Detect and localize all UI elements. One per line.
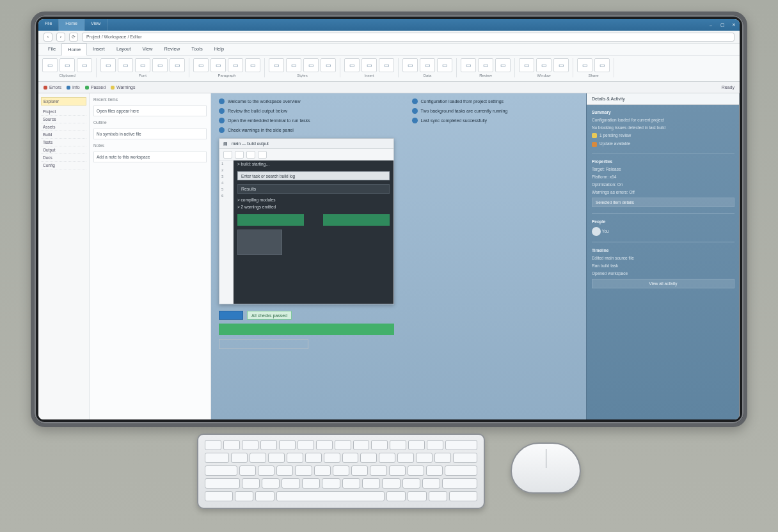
rp-user-row[interactable]: You	[592, 227, 734, 236]
rp-details-box[interactable]: Selected item details	[592, 198, 734, 207]
ribbon-button[interactable]: ▭	[152, 58, 168, 72]
ribbon-button[interactable]: ▭	[536, 58, 552, 72]
ribbon-button[interactable]: ▭	[478, 58, 493, 72]
bullet-text: Configuration loaded from project settin…	[421, 99, 504, 104]
nav-refresh-button[interactable]: ⟳	[69, 33, 78, 42]
ribbon-button[interactable]: ▭	[594, 58, 610, 72]
ribbon-button[interactable]: ▭	[553, 58, 569, 72]
window-tab-home[interactable]: Home	[59, 19, 84, 31]
overview-bullet: Configuration loaded from project settin…	[412, 98, 578, 104]
ribbon-button[interactable]: ▭	[228, 58, 243, 72]
recent-box[interactable]: Open files appear here	[93, 106, 207, 116]
empty-outline-box[interactable]	[219, 339, 308, 349]
ribbon-button[interactable]: ▭	[303, 58, 319, 72]
window-tab-file[interactable]: File	[38, 19, 59, 31]
bullet-icon	[412, 98, 418, 104]
chip-passed[interactable]: Passed	[85, 85, 106, 90]
ribbon-button[interactable]: ▭	[577, 58, 592, 72]
ribbon-button[interactable]: ▭	[379, 58, 394, 72]
ribbon-button[interactable]: ▭	[77, 58, 92, 72]
ribbon-button[interactable]: ▭	[286, 58, 301, 72]
right-panel-title: Details & Activity	[587, 93, 740, 105]
ribbon-button[interactable]: ▭	[42, 58, 58, 72]
left-nav-item[interactable]: Config	[41, 162, 86, 169]
dot-icon	[44, 86, 47, 90]
ribbon-group: ▭▭▭Review	[461, 58, 515, 77]
left-nav-item[interactable]: Source	[41, 116, 86, 123]
editor-titlebar[interactable]: ▤ main — build output	[219, 139, 393, 149]
ribbon-tab-review[interactable]: Review	[159, 43, 186, 55]
editor-dark-area[interactable]: > build: starting… Enter task or search …	[234, 160, 393, 304]
ribbon-tab-layout[interactable]: Layout	[111, 43, 137, 55]
ribbon-button[interactable]: ▭	[495, 58, 511, 72]
address-field[interactable]: Project / Workspace / Editor	[82, 33, 734, 42]
run-button[interactable]	[219, 311, 243, 320]
rp-prop: Platform: x64	[592, 175, 734, 179]
ribbon-button[interactable]: ▭	[269, 58, 284, 72]
chip-warnings[interactable]: Warnings	[111, 85, 135, 90]
window-close[interactable]: ✕	[728, 19, 740, 31]
left-nav-item[interactable]: Project	[41, 108, 86, 116]
ribbon-button[interactable]: ▭	[420, 58, 435, 72]
rp-flag-update[interactable]: Update available	[592, 141, 734, 146]
ribbon-button[interactable]: ▭	[135, 58, 150, 72]
chip-label: Warnings	[116, 85, 135, 90]
window-maximize[interactable]: ▢	[717, 19, 728, 31]
ribbon-group: ▭▭▭▭Styles	[269, 58, 340, 77]
editor-tool-2[interactable]	[235, 151, 244, 159]
rp-timeline-item: Opened workspace	[592, 271, 734, 276]
ribbon-button[interactable]: ▭	[100, 58, 116, 72]
ribbon-button[interactable]: ▭	[519, 58, 534, 72]
ribbon-group-label: Share	[577, 74, 610, 77]
ribbon-button[interactable]: ▭	[245, 58, 260, 72]
ribbon-tab-file[interactable]: File	[42, 43, 61, 55]
editor-tool-4[interactable]	[258, 151, 267, 159]
ribbon-button[interactable]: ▭	[361, 58, 377, 72]
editor-thumbnail[interactable]	[237, 230, 282, 255]
ribbon-tab-view[interactable]: View	[136, 43, 158, 55]
ribbon-tab-tools[interactable]: Tools	[186, 43, 209, 55]
ribbon-tab-insert[interactable]: Insert	[87, 43, 111, 55]
rp-prop: Target: Release	[592, 167, 734, 171]
rp-view-all-button[interactable]: View all activity	[592, 279, 734, 288]
left-nav-item[interactable]: Assets	[41, 123, 86, 131]
chip-errors[interactable]: Errors	[44, 85, 61, 90]
ribbon-button[interactable]: ▭	[210, 58, 226, 72]
left-nav-item[interactable]: Output	[41, 146, 86, 154]
ribbon-tab-help[interactable]: Help	[209, 43, 230, 55]
ribbon-tab-home[interactable]: Home	[61, 43, 87, 56]
rp-section-summary: Summary	[592, 110, 734, 114]
outline-box[interactable]: No symbols in active file	[93, 129, 207, 139]
ribbon-button[interactable]: ▭	[321, 58, 336, 72]
ribbon-button[interactable]: ▭	[437, 58, 452, 72]
nav-back-button[interactable]: ‹	[44, 33, 52, 42]
left-nav-item[interactable]: Tests	[41, 139, 86, 146]
window-minimize[interactable]: –	[705, 19, 717, 31]
editor-search-input[interactable]: Enter task or search build log	[237, 171, 390, 180]
ribbon-button[interactable]: ▭	[402, 58, 418, 72]
nav-forward-button[interactable]: ›	[56, 33, 65, 42]
ribbon-group: ▭▭▭Clipboard	[42, 58, 97, 77]
left-nav-item[interactable]: Docs	[41, 154, 86, 162]
status-ready: Ready	[722, 85, 734, 90]
right-panel: Details & Activity Summary Configuration…	[586, 93, 740, 419]
rp-flag-pending[interactable]: 1 pending review	[592, 133, 734, 138]
editor-result-box[interactable]: Results	[237, 184, 390, 194]
editor-tool-3[interactable]	[246, 151, 255, 159]
ribbon-group-label: Review	[461, 74, 511, 77]
chip-info[interactable]: Info	[67, 85, 80, 90]
window-tab-view[interactable]: View	[84, 19, 107, 31]
ribbon-button[interactable]: ▭	[461, 58, 476, 72]
left-nav-item[interactable]: Build	[41, 131, 86, 139]
ribbon-button[interactable]: ▭	[344, 58, 360, 72]
dot-icon	[111, 86, 115, 90]
embedded-editor-window: ▤ main — build output	[219, 138, 394, 304]
ribbon-button[interactable]: ▭	[60, 58, 75, 72]
rp-timeline-item: Ran build task	[592, 263, 734, 268]
notes-box[interactable]: Add a note to this workspace	[93, 152, 207, 162]
ribbon-button[interactable]: ▭	[193, 58, 209, 72]
ribbon-button[interactable]: ▭	[170, 58, 185, 72]
ribbon-button[interactable]: ▭	[118, 58, 133, 72]
editor-tool-1[interactable]	[223, 151, 232, 159]
ribbon-group-label: Font	[100, 74, 185, 77]
